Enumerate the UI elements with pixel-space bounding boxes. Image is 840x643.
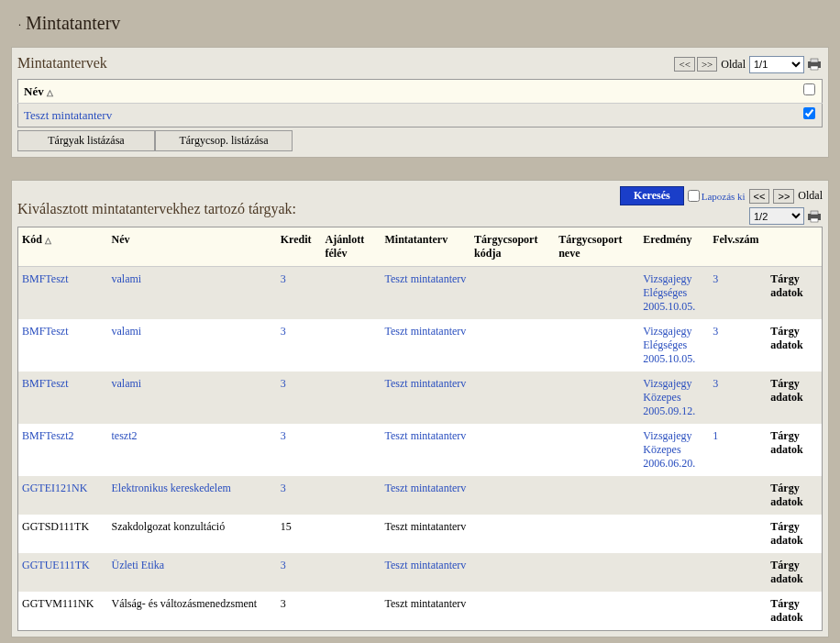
bullet-icon: ·	[18, 18, 21, 31]
cell-ajanlott	[322, 553, 381, 592]
course-row: BMFTesztvalami3Teszt mintatantervVizsgaj…	[18, 319, 822, 371]
th-felv[interactable]: Felv.szám	[709, 227, 767, 267]
cell-nev[interactable]: teszt2	[108, 424, 277, 476]
search-button[interactable]: Keresés	[620, 186, 684, 205]
list-subjects-button[interactable]: Tárgyak listázása	[17, 130, 155, 151]
cell-ajanlott	[322, 371, 381, 424]
cell-felv: 1	[709, 424, 767, 476]
cell-nev[interactable]: Elektronikus kereskedelem	[108, 476, 277, 515]
panel-courses-title: Kiválasztott mintatantervekhez tartozó t…	[17, 199, 501, 221]
targy-adatok-link[interactable]: Tárgy adatok	[767, 515, 822, 553]
cell-csoport-kod	[470, 267, 555, 320]
th-eredmeny[interactable]: Eredmény	[639, 227, 709, 267]
cell-csoport-kod	[470, 371, 555, 424]
cell-kredit: 3	[277, 476, 322, 515]
panel2-prev-button[interactable]: <<	[749, 189, 770, 204]
cell-kredit: 3	[277, 553, 322, 592]
cell-nev: Válság- és változásmenedzsment	[108, 592, 277, 630]
course-row: GGTSD111TKSzakdolgozat konzultáció15Tesz…	[18, 515, 822, 553]
targy-adatok-link[interactable]: Tárgy adatok	[767, 553, 822, 592]
cell-csoport-kod	[470, 424, 555, 476]
svg-rect-4	[811, 211, 818, 215]
panel2-next-button[interactable]: >>	[773, 189, 794, 204]
cell-kod: GGTVM111NK	[18, 592, 108, 630]
cell-felv	[709, 515, 767, 553]
course-row: BMFTesztvalami3Teszt mintatantervVizsgaj…	[18, 371, 822, 424]
cell-csoport-kod	[470, 553, 555, 592]
cell-mintatanterv[interactable]: Teszt mintatanterv	[381, 476, 471, 515]
cell-csoport-nev	[555, 515, 639, 553]
panel1-page-select[interactable]: 1/1	[749, 56, 804, 73]
targy-adatok-link[interactable]: Tárgy adatok	[767, 476, 822, 515]
targy-adatok-link[interactable]: Tárgy adatok	[767, 592, 822, 630]
targy-adatok-link[interactable]: Tárgy adatok	[767, 371, 822, 424]
cell-nev[interactable]: valami	[108, 267, 277, 320]
cell-mintatanterv[interactable]: Teszt mintatanterv	[381, 319, 471, 371]
select-all-checkbox[interactable]	[803, 83, 815, 95]
svg-rect-5	[811, 218, 818, 222]
cell-mintatanterv[interactable]: Teszt mintatanterv	[381, 424, 471, 476]
cell-kod[interactable]: BMFTeszt	[18, 267, 108, 320]
cell-eredmeny	[639, 592, 709, 630]
cell-kod[interactable]: BMFTeszt	[18, 319, 108, 371]
th-kod[interactable]: Kód △	[18, 227, 108, 267]
cell-kredit: 3	[277, 319, 322, 371]
cell-felv	[709, 553, 767, 592]
print-icon-2[interactable]	[806, 210, 823, 223]
sort-asc-icon: △	[45, 236, 51, 245]
svg-rect-2	[811, 66, 818, 70]
cell-eredmeny[interactable]: Vizsgajegy Elégséges 2005.10.05.	[639, 267, 709, 320]
col-nev[interactable]: Név △	[18, 80, 797, 104]
cell-felv: 3	[709, 267, 767, 320]
col-select-all	[797, 80, 823, 104]
col-nev-label: Név	[24, 84, 44, 98]
cell-eredmeny[interactable]: Vizsgajegy Közepes 2005.09.12.	[639, 371, 709, 424]
panel-curricula: Mintatantervek << >> Oldal 1/1 Név △	[11, 47, 829, 158]
cell-kod[interactable]: GGTUE111TK	[18, 553, 108, 592]
course-row: BMFTeszt2teszt23Teszt mintatantervVizsga…	[18, 424, 822, 476]
th-nev[interactable]: Név	[108, 227, 277, 267]
th-csoport-nev[interactable]: Tárgycsoport neve	[555, 227, 639, 267]
th-kredit[interactable]: Kredit	[277, 227, 322, 267]
curriculum-checkbox[interactable]	[803, 107, 815, 119]
panel1-buttons: Tárgyak listázásaTárgycsop. listázása	[17, 130, 823, 151]
cell-kredit: 15	[277, 515, 322, 553]
cell-csoport-nev	[555, 476, 639, 515]
th-ajanlott[interactable]: Ajánlott félév	[322, 227, 381, 267]
cell-mintatanterv[interactable]: Teszt mintatanterv	[381, 267, 471, 320]
th-csoport-kod[interactable]: Tárgycsoport kódja	[470, 227, 555, 267]
cell-eredmeny[interactable]: Vizsgajegy Elégséges 2005.10.05.	[639, 319, 709, 371]
paging-off-checkbox[interactable]	[688, 190, 700, 202]
cell-mintatanterv[interactable]: Teszt mintatanterv	[381, 553, 471, 592]
curriculum-name[interactable]: Teszt mintatanterv	[18, 104, 797, 127]
course-row: GGTEI121NKElektronikus kereskedelem3Tesz…	[18, 476, 822, 515]
panel1-prev-button[interactable]: <<	[674, 57, 694, 72]
cell-ajanlott	[322, 515, 381, 553]
targy-adatok-link[interactable]: Tárgy adatok	[767, 267, 822, 320]
cell-kod[interactable]: BMFTeszt	[18, 371, 108, 424]
cell-mintatanterv[interactable]: Teszt mintatanterv	[381, 371, 471, 424]
cell-nev[interactable]: Üzleti Etika	[108, 553, 277, 592]
print-icon[interactable]	[806, 58, 823, 71]
svg-rect-1	[811, 59, 818, 62]
cell-kod[interactable]: BMFTeszt2	[18, 424, 108, 476]
th-action	[767, 227, 822, 267]
cell-csoport-nev	[555, 553, 639, 592]
th-mintatanterv[interactable]: Mintatanterv	[381, 227, 471, 267]
paging-off-label[interactable]: Lapozás ki	[688, 190, 746, 202]
list-groups-button[interactable]: Tárgycsop. listázása	[155, 130, 293, 151]
cell-eredmeny[interactable]: Vizsgajegy Közepes 2006.06.20.	[639, 424, 709, 476]
page-title-text: Mintatanterv	[26, 13, 120, 33]
panel1-next-button[interactable]: >>	[697, 57, 717, 72]
panel2-page-select[interactable]: 1/2	[749, 207, 804, 225]
cell-kredit: 3	[277, 592, 322, 630]
cell-nev[interactable]: valami	[108, 319, 277, 371]
cell-csoport-nev	[555, 592, 639, 630]
targy-adatok-link[interactable]: Tárgy adatok	[767, 319, 822, 371]
cell-nev[interactable]: valami	[108, 371, 277, 424]
cell-ajanlott	[322, 476, 381, 515]
cell-kod[interactable]: GGTEI121NK	[18, 476, 108, 515]
targy-adatok-link[interactable]: Tárgy adatok	[767, 424, 822, 476]
panel1-pager: << >> Oldal 1/1	[674, 56, 823, 73]
panel-courses: Keresés Lapozás ki << >> Oldal 1/2 Kivál…	[11, 180, 829, 637]
